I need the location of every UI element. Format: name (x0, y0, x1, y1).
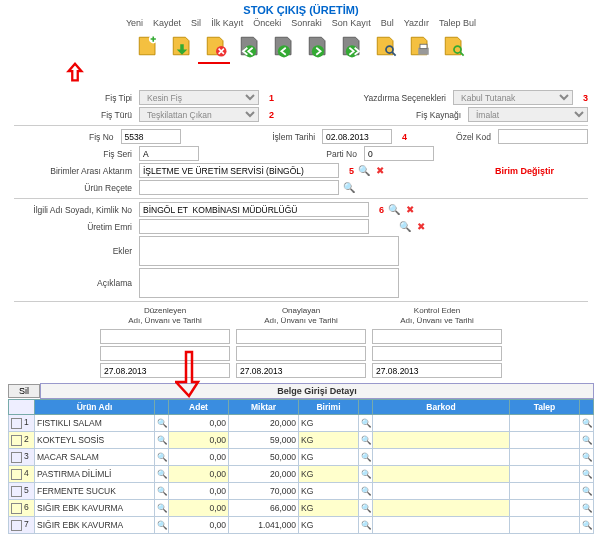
row-birimi-search-icon[interactable]: 🔍 (359, 483, 373, 500)
tool-delete-icon[interactable] (202, 32, 230, 60)
row-urun-search-icon[interactable]: 🔍 (155, 500, 169, 517)
fis-no-input[interactable] (121, 129, 181, 144)
row-talep-search-icon[interactable]: 🔍 (580, 517, 594, 534)
col-urun-mag (155, 400, 169, 415)
yazdir-select[interactable]: Kabul Tutanak (453, 90, 573, 105)
menu-yazdir[interactable]: Yazdır (404, 18, 429, 28)
menu-yeni[interactable]: Yeni (126, 18, 143, 28)
birim-aktarim-label: Birimler Arası Aktarım (14, 166, 135, 176)
row-adet: 0,00 (169, 449, 229, 466)
tool-prev-icon[interactable] (270, 32, 298, 60)
sig2-name-input[interactable] (236, 329, 366, 344)
row-urun-search-icon[interactable]: 🔍 (155, 466, 169, 483)
ilgili-search-icon[interactable]: 🔍 (388, 204, 400, 216)
birim-aktarim-input[interactable] (139, 163, 339, 178)
tool-last-icon[interactable] (338, 32, 366, 60)
row-birimi-search-icon[interactable]: 🔍 (359, 449, 373, 466)
tool-next-icon[interactable] (304, 32, 332, 60)
sig3-title: Kontrol Eden (414, 306, 460, 315)
tool-find-icon[interactable] (372, 32, 400, 60)
row-urun: FISTIKLI SALAM (35, 415, 155, 432)
row-urun-search-icon[interactable]: 🔍 (155, 432, 169, 449)
row-urun-search-icon[interactable]: 🔍 (155, 483, 169, 500)
row-checkbox[interactable]: 4 (9, 466, 35, 483)
menu-kaydet[interactable]: Kaydet (153, 18, 181, 28)
row-urun-search-icon[interactable]: 🔍 (155, 517, 169, 534)
table-row[interactable]: 4PASTIRMA DİLİMLİ🔍0,0020,000KG🔍🔍 (9, 466, 594, 483)
sig2-title-input[interactable] (236, 346, 366, 361)
parti-no-input[interactable] (364, 146, 434, 161)
table-row[interactable]: 1FISTIKLI SALAM🔍0,0020,000KG🔍🔍 (9, 415, 594, 432)
row-talep-search-icon[interactable]: 🔍 (580, 466, 594, 483)
menu-sil[interactable]: Sil (191, 18, 201, 28)
fis-tipi-select[interactable]: Kesin Fiş (139, 90, 259, 105)
row-checkbox[interactable]: 7 (9, 517, 35, 534)
row-checkbox[interactable]: 2 (9, 432, 35, 449)
tool-save-icon[interactable] (168, 32, 196, 60)
emir-clear-icon[interactable]: ✖ (415, 221, 427, 233)
page-title: STOK ÇIKIŞ (ÜRETİM) (0, 0, 602, 18)
tool-print-icon[interactable] (406, 32, 434, 60)
menu-ilk-kayit[interactable]: İlk Kayıt (211, 18, 243, 28)
table-row[interactable]: 5FERMENTE SUCUK🔍0,0070,000KG🔍🔍 (9, 483, 594, 500)
row-urun: FERMENTE SUCUK (35, 483, 155, 500)
menu-sonraki[interactable]: Sonraki (291, 18, 322, 28)
urun-recete-input[interactable] (139, 180, 339, 195)
row-checkbox[interactable]: 6 (9, 500, 35, 517)
table-row[interactable]: 6SIĞIR EBK KAVURMA🔍0,0066,000KG🔍🔍 (9, 500, 594, 517)
row-checkbox[interactable]: 5 (9, 483, 35, 500)
table-row[interactable]: 7SIĞIR EBK KAVURMA🔍0,001.041,000KG🔍🔍 (9, 517, 594, 534)
row-birimi-search-icon[interactable]: 🔍 (359, 466, 373, 483)
row-talep-search-icon[interactable]: 🔍 (580, 500, 594, 517)
grid-table: Ürün Adı Adet Miktar Birimi Barkod Talep… (8, 399, 594, 534)
row-birimi-search-icon[interactable]: 🔍 (359, 432, 373, 449)
row-urun-search-icon[interactable]: 🔍 (155, 449, 169, 466)
row-birimi-search-icon[interactable]: 🔍 (359, 517, 373, 534)
sig2-date-input[interactable] (236, 363, 366, 378)
sig3-date-input[interactable] (372, 363, 502, 378)
menu-onceki[interactable]: Önceki (253, 18, 281, 28)
menu-talep-bul[interactable]: Talep Bul (439, 18, 476, 28)
ozel-kod-label: Özel Kod (415, 132, 494, 142)
birim-search-icon[interactable]: 🔍 (358, 165, 370, 177)
table-row[interactable]: 2KOKTEYL SOSİS🔍0,0059,000KG🔍🔍 (9, 432, 594, 449)
fis-seri-label: Fiş Seri (14, 149, 135, 159)
row-birimi-search-icon[interactable]: 🔍 (359, 415, 373, 432)
islem-tarihi-input[interactable] (322, 129, 392, 144)
menu-bul[interactable]: Bul (381, 18, 394, 28)
fis-turu-label: Fiş Türü (14, 110, 135, 120)
row-adet: 0,00 (169, 517, 229, 534)
row-birimi-search-icon[interactable]: 🔍 (359, 500, 373, 517)
ozel-kod-input[interactable] (498, 129, 588, 144)
birim-clear-icon[interactable]: ✖ (374, 165, 386, 177)
sig1-date-input[interactable] (100, 363, 230, 378)
tool-new-icon[interactable] (134, 32, 162, 60)
sig1-title-input[interactable] (100, 346, 230, 361)
row-urun-search-icon[interactable]: 🔍 (155, 415, 169, 432)
ekler-textarea[interactable] (139, 236, 399, 266)
row-checkbox[interactable]: 3 (9, 449, 35, 466)
uretim-emri-input[interactable] (139, 219, 369, 234)
tool-find-demand-icon[interactable] (440, 32, 468, 60)
menu-son-kayit[interactable]: Son Kayıt (332, 18, 371, 28)
row-talep-search-icon[interactable]: 🔍 (580, 449, 594, 466)
fis-turu-select[interactable]: Teşkilattan Çıkan (139, 107, 259, 122)
ilgili-input[interactable] (139, 202, 369, 217)
fis-kaynagi-select[interactable]: İmalat (468, 107, 588, 122)
emir-search-icon[interactable]: 🔍 (399, 221, 411, 233)
table-row[interactable]: 3MACAR SALAM🔍0,0050,000KG🔍🔍 (9, 449, 594, 466)
row-talep-search-icon[interactable]: 🔍 (580, 415, 594, 432)
sig3-name-input[interactable] (372, 329, 502, 344)
row-talep-search-icon[interactable]: 🔍 (580, 432, 594, 449)
fis-seri-input[interactable] (139, 146, 199, 161)
tool-first-icon[interactable] (236, 32, 264, 60)
ilgili-clear-icon[interactable]: ✖ (404, 204, 416, 216)
grid-delete-button[interactable]: Sil (8, 384, 40, 398)
row-checkbox[interactable]: 1 (9, 415, 35, 432)
recete-search-icon[interactable]: 🔍 (343, 182, 355, 194)
birim-degistir-link[interactable]: Birim Değiştir (495, 166, 554, 176)
row-talep-search-icon[interactable]: 🔍 (580, 483, 594, 500)
aciklama-textarea[interactable] (139, 268, 399, 298)
sig3-title-input[interactable] (372, 346, 502, 361)
sig1-name-input[interactable] (100, 329, 230, 344)
